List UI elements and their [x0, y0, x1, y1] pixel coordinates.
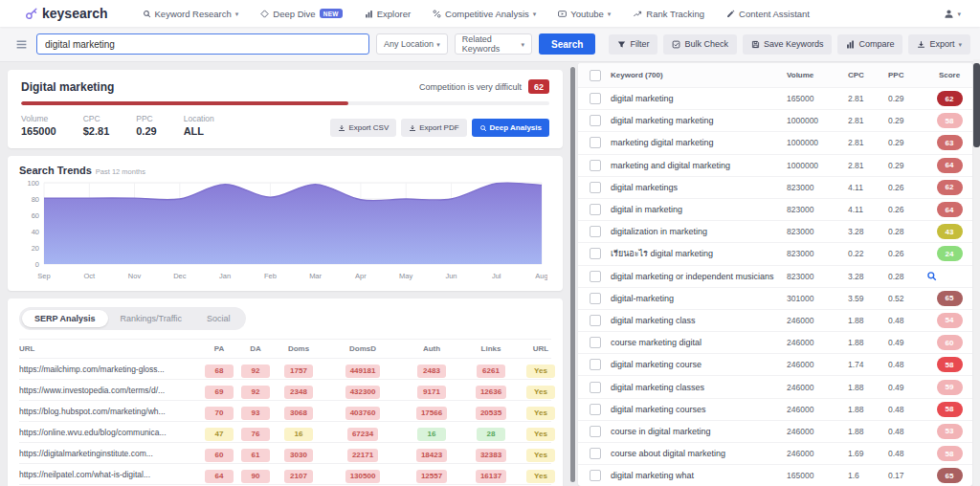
serp-url-link[interactable]: https://online.wvu.edu/blog/communica...	[19, 428, 201, 437]
svg-text:Apr: Apr	[355, 272, 367, 280]
logo[interactable]: keysearch	[25, 6, 108, 21]
filter-button[interactable]: Filter	[609, 34, 657, 55]
keyword-checkbox[interactable]	[590, 204, 601, 215]
keyword-text[interactable]: digital marketing what	[611, 471, 787, 480]
keyword-checkbox[interactable]	[590, 448, 601, 459]
search-input[interactable]	[36, 33, 369, 55]
keyword-checkbox[interactable]	[590, 115, 601, 126]
keyword-text[interactable]: digitalization in marketing	[611, 227, 787, 236]
nav-item-deep-dive[interactable]: Deep DiveNEW	[260, 9, 342, 19]
key-icon	[25, 7, 38, 20]
keyword-text[interactable]: course marketing digital	[611, 338, 787, 347]
tab-social[interactable]: Social	[194, 310, 243, 327]
keyword-cpc: 1.88	[848, 383, 888, 392]
keyword-checkbox[interactable]	[590, 404, 601, 415]
keyword-ppc: 0.49	[888, 383, 926, 392]
keyword-text[interactable]: marketing and digital marketing	[611, 161, 787, 170]
keyword-checkbox[interactable]	[590, 359, 601, 370]
magnifier-icon[interactable]	[926, 271, 972, 281]
keyword-text[interactable]: digital marketing course	[611, 360, 787, 369]
search-button[interactable]: Search	[539, 33, 595, 55]
nav-item-explorer[interactable]: Explorer	[365, 9, 411, 19]
serp-url-link[interactable]: https://neilpatel.com/what-is-digital...	[19, 470, 201, 479]
serp-url-link[interactable]: https://mailchimp.com/marketing-gloss...	[19, 364, 201, 374]
user-menu[interactable]: ▾	[944, 9, 961, 19]
keyword-row: digital-marketing3010003.590.5265	[578, 288, 972, 310]
keyword-ppc: 0.48	[888, 427, 926, 436]
export-button[interactable]: Export▾	[908, 34, 970, 55]
keyword-text[interactable]: digital marketing classes	[611, 383, 787, 392]
keyword-checkbox[interactable]	[590, 93, 601, 104]
save-keywords-button[interactable]: Save Keywords	[743, 34, 833, 55]
keyword-type-select[interactable]: Related Keywords▾	[455, 33, 532, 55]
svg-text:20: 20	[32, 244, 39, 253]
serp-url-link[interactable]: https://digitalmarketinginstitute.com...	[19, 449, 201, 458]
keyword-checkbox[interactable]	[590, 426, 601, 437]
keyword-checkbox[interactable]	[590, 293, 601, 304]
keyword-ppc: 0.48	[888, 405, 926, 414]
keyword-text[interactable]: digital marketing class	[611, 316, 787, 325]
search-trends-card: Search Trends Past 12 months 02040608010…	[8, 156, 563, 291]
keyword-checkbox[interactable]	[590, 337, 601, 348]
keyword-cpc: 4.11	[848, 183, 888, 192]
keyword-checkbox[interactable]	[590, 182, 601, 193]
keyword-text[interactable]: course about digital marketing	[611, 449, 787, 458]
keyword-text[interactable]: เรียนอะไร digital marketing	[611, 247, 787, 260]
serp-metric-badge: Yes	[526, 407, 555, 420]
serp-table-row: https://blog.hubspot.com/marketing/wh...…	[19, 401, 551, 422]
keyword-text[interactable]: marketing digital marketing	[611, 138, 787, 147]
keyword-text[interactable]: course in digital marketing	[611, 427, 787, 436]
svg-text:Oct: Oct	[83, 272, 96, 280]
svg-text:Nov: Nov	[128, 272, 142, 280]
score-badge: 58	[937, 402, 963, 417]
serp-url-link[interactable]: https://www.investopedia.com/terms/d/...	[19, 386, 201, 395]
keyword-text[interactable]: digital in marketing	[611, 205, 787, 214]
keyword-text[interactable]: digital marketings	[611, 183, 787, 192]
keyword-text[interactable]: digital marketing or independent musicia…	[611, 272, 787, 281]
page-scrollbar-thumb[interactable]	[973, 63, 980, 147]
tab-serp-analysis[interactable]: SERP Analysis	[22, 310, 108, 327]
serp-metric-badge: 69	[205, 386, 234, 399]
location-select[interactable]: Any Location▾	[376, 33, 448, 55]
list-icon[interactable]	[15, 38, 28, 51]
keyword-checkbox[interactable]	[590, 271, 601, 282]
nav-item-content-assistant[interactable]: Content Assistant	[726, 9, 810, 19]
nav-item-youtube[interactable]: Youtube▾	[558, 9, 611, 19]
bar-chart-icon	[365, 10, 373, 18]
keyword-text[interactable]: digital marketing	[611, 94, 787, 103]
keyword-checkbox[interactable]	[590, 315, 601, 326]
keyword-checkbox[interactable]	[590, 160, 601, 171]
score-badge: 59	[937, 380, 963, 395]
keyword-volume: 823000	[787, 183, 848, 192]
keyword-checkbox[interactable]	[590, 382, 601, 393]
serp-metric-badge: 16137	[476, 470, 506, 483]
keyword-volume: 246000	[787, 360, 848, 369]
keyword-cpc: 1.88	[848, 405, 888, 414]
tab-rankings-traffic[interactable]: Rankings/Traffic	[108, 310, 195, 327]
nav-item-competitive-analysis[interactable]: Competitive Analysis▾	[433, 9, 536, 19]
keyword-cpc: 1.6	[848, 471, 888, 480]
export-pdf-button[interactable]: Export PDF	[401, 119, 466, 137]
svg-text:0: 0	[35, 260, 39, 269]
deep-analysis-button[interactable]: Deep Analysis	[472, 119, 549, 137]
serp-col-doms-3: Doms	[274, 344, 323, 353]
keyword-text[interactable]: digital marketing marketing	[611, 116, 787, 125]
select-all-checkbox[interactable]	[590, 70, 601, 81]
keyword-cpc: 3.59	[848, 294, 888, 303]
keyword-checkbox[interactable]	[590, 248, 601, 259]
export-csv-button[interactable]: Export CSV	[330, 119, 396, 137]
serp-url-link[interactable]: https://blog.hubspot.com/marketing/wh...	[19, 407, 201, 416]
compare-button[interactable]: Compare	[837, 34, 902, 55]
keyword-row: marketing digital marketing10000002.810.…	[578, 132, 972, 154]
bulk-check-button[interactable]: Bulk Check	[663, 34, 737, 55]
serp-col-url-7: URL	[521, 344, 561, 353]
keyword-text[interactable]: digital-marketing	[611, 294, 787, 303]
keyword-text[interactable]: digital marketing courses	[611, 405, 787, 414]
nav-item-keyword-research[interactable]: Keyword Research▾	[143, 9, 239, 19]
keyword-checkbox[interactable]	[590, 137, 601, 148]
panel-divider-scrollbar[interactable]	[570, 67, 575, 482]
keyword-checkbox[interactable]	[590, 470, 601, 481]
keyword-checkbox[interactable]	[590, 226, 601, 237]
caret-down-icon: ▾	[436, 41, 440, 48]
nav-item-rank-tracking[interactable]: Rank Tracking	[633, 9, 704, 19]
